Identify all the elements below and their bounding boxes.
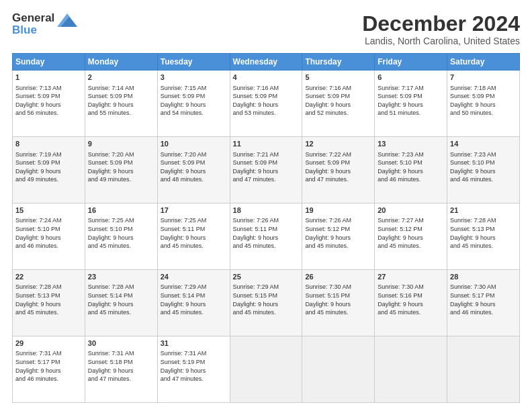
table-row: 20Sunrise: 7:27 AMSunset: 5:12 PMDayligh… [375, 203, 447, 270]
table-row [447, 336, 520, 403]
col-thursday: Thursday [302, 54, 375, 71]
col-sunday: Sunday [13, 54, 85, 71]
table-row: 10Sunrise: 7:20 AMSunset: 5:09 PMDayligh… [157, 137, 230, 203]
table-row: 5Sunrise: 7:16 AMSunset: 5:09 PMDaylight… [302, 71, 375, 137]
table-row: 22Sunrise: 7:28 AMSunset: 5:13 PMDayligh… [13, 270, 85, 336]
table-row: 13Sunrise: 7:23 AMSunset: 5:10 PMDayligh… [375, 137, 447, 203]
calendar-header-row: Sunday Monday Tuesday Wednesday Thursday… [13, 54, 520, 71]
table-row: 31Sunrise: 7:31 AMSunset: 5:19 PMDayligh… [157, 336, 230, 403]
table-row: 4Sunrise: 7:16 AMSunset: 5:09 PMDaylight… [230, 71, 302, 137]
table-row: 1Sunrise: 7:13 AMSunset: 5:09 PMDaylight… [13, 71, 85, 137]
table-row: 12Sunrise: 7:22 AMSunset: 5:09 PMDayligh… [302, 137, 375, 203]
col-monday: Monday [85, 54, 157, 71]
table-row [302, 336, 375, 403]
subtitle: Landis, North Carolina, United States [362, 36, 520, 46]
table-row: 18Sunrise: 7:26 AMSunset: 5:11 PMDayligh… [230, 203, 302, 270]
col-wednesday: Wednesday [230, 54, 302, 71]
logo-blue: Blue [12, 24, 54, 36]
calendar-table: Sunday Monday Tuesday Wednesday Thursday… [12, 53, 520, 403]
col-friday: Friday [375, 54, 447, 71]
header: General Blue December 2024 Landis, North… [12, 12, 520, 46]
table-row: 9Sunrise: 7:20 AMSunset: 5:09 PMDaylight… [85, 137, 157, 203]
calendar-week-row: 29Sunrise: 7:31 AMSunset: 5:17 PMDayligh… [13, 336, 520, 403]
table-row: 17Sunrise: 7:25 AMSunset: 5:11 PMDayligh… [157, 203, 230, 270]
table-row: 26Sunrise: 7:30 AMSunset: 5:15 PMDayligh… [302, 270, 375, 336]
logo: General Blue [12, 12, 77, 36]
table-row: 8Sunrise: 7:19 AMSunset: 5:09 PMDaylight… [13, 137, 85, 203]
table-row: 7Sunrise: 7:18 AMSunset: 5:09 PMDaylight… [447, 71, 520, 137]
logo-icon [57, 13, 77, 32]
table-row: 15Sunrise: 7:24 AMSunset: 5:10 PMDayligh… [13, 203, 85, 270]
col-tuesday: Tuesday [157, 54, 230, 71]
table-row: 29Sunrise: 7:31 AMSunset: 5:17 PMDayligh… [13, 336, 85, 403]
table-row: 24Sunrise: 7:29 AMSunset: 5:14 PMDayligh… [157, 270, 230, 336]
table-row: 3Sunrise: 7:15 AMSunset: 5:09 PMDaylight… [157, 71, 230, 137]
main-title: December 2024 [362, 12, 520, 36]
calendar-week-row: 22Sunrise: 7:28 AMSunset: 5:13 PMDayligh… [13, 270, 520, 336]
calendar-week-row: 1Sunrise: 7:13 AMSunset: 5:09 PMDaylight… [13, 71, 520, 137]
table-row [375, 336, 447, 403]
title-area: December 2024 Landis, North Carolina, Un… [362, 12, 520, 46]
table-row: 27Sunrise: 7:30 AMSunset: 5:16 PMDayligh… [375, 270, 447, 336]
table-row: 30Sunrise: 7:31 AMSunset: 5:18 PMDayligh… [85, 336, 157, 403]
table-row: 2Sunrise: 7:14 AMSunset: 5:09 PMDaylight… [85, 71, 157, 137]
table-row: 23Sunrise: 7:28 AMSunset: 5:14 PMDayligh… [85, 270, 157, 336]
table-row [230, 336, 302, 403]
table-row: 25Sunrise: 7:29 AMSunset: 5:15 PMDayligh… [230, 270, 302, 336]
col-saturday: Saturday [447, 54, 520, 71]
table-row: 14Sunrise: 7:23 AMSunset: 5:10 PMDayligh… [447, 137, 520, 203]
table-row: 28Sunrise: 7:30 AMSunset: 5:17 PMDayligh… [447, 270, 520, 336]
calendar-week-row: 15Sunrise: 7:24 AMSunset: 5:10 PMDayligh… [13, 203, 520, 270]
page: General Blue December 2024 Landis, North… [0, 0, 532, 411]
table-row: 19Sunrise: 7:26 AMSunset: 5:12 PMDayligh… [302, 203, 375, 270]
table-row: 11Sunrise: 7:21 AMSunset: 5:09 PMDayligh… [230, 137, 302, 203]
logo-general: General [12, 12, 54, 24]
table-row: 21Sunrise: 7:28 AMSunset: 5:13 PMDayligh… [447, 203, 520, 270]
calendar-week-row: 8Sunrise: 7:19 AMSunset: 5:09 PMDaylight… [13, 137, 520, 203]
table-row: 16Sunrise: 7:25 AMSunset: 5:10 PMDayligh… [85, 203, 157, 270]
table-row: 6Sunrise: 7:17 AMSunset: 5:09 PMDaylight… [375, 71, 447, 137]
